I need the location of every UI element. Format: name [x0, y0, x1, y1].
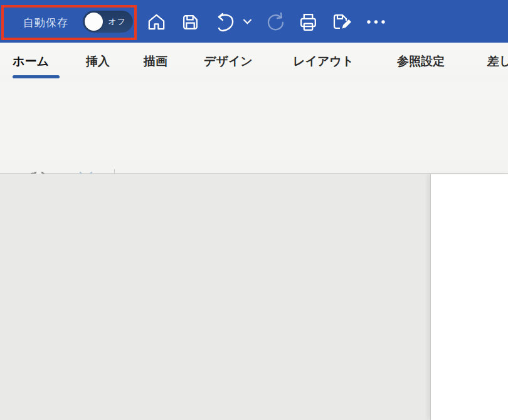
ribbon: ペースト SimSun — [0, 81, 508, 174]
redo-button — [262, 10, 286, 34]
tab-design[interactable]: デザイン — [204, 53, 253, 70]
redo-icon — [264, 12, 285, 33]
tab-mailings[interactable]: 差し込み文書 — [487, 53, 508, 70]
document-canvas[interactable] — [0, 174, 508, 420]
save-icon — [181, 13, 200, 32]
clipboard-paste-icon — [21, 9, 61, 50]
print-icon — [297, 12, 319, 33]
home-button[interactable] — [144, 10, 168, 34]
print-button[interactable] — [296, 10, 320, 34]
ellipsis-icon — [366, 19, 386, 24]
tab-references[interactable]: 参照設定 — [397, 53, 445, 70]
titlebar: 自動保存 オフ — [0, 0, 508, 43]
more-commands-button[interactable] — [364, 10, 387, 34]
save-as-icon — [331, 12, 353, 33]
paste-button[interactable] — [19, 89, 66, 133]
word-window: 自動保存 オフ — [0, 0, 508, 420]
autosave-toggle-knob — [85, 13, 103, 31]
tab-insert[interactable]: 挿入 — [86, 53, 110, 70]
autosave-toggle-state: オフ — [108, 16, 126, 28]
document-page[interactable] — [430, 174, 508, 420]
autosave-toggle[interactable]: オフ — [83, 11, 133, 33]
undo-dropdown[interactable] — [241, 14, 253, 29]
tab-draw[interactable]: 描画 — [144, 53, 167, 70]
tab-home[interactable]: ホーム — [13, 53, 49, 70]
chevron-down-icon — [243, 19, 251, 24]
ribbon-tabbar: ホーム 挿入 描画 デザイン レイアウト 参照設定 差し込み文書 — [0, 43, 508, 81]
undo-button[interactable] — [213, 10, 237, 34]
save-button[interactable] — [178, 10, 202, 34]
save-as-button[interactable] — [330, 10, 354, 34]
undo-icon — [214, 12, 236, 33]
active-tab-underline — [13, 75, 60, 78]
tab-layout[interactable]: レイアウト — [293, 53, 354, 70]
home-icon — [146, 12, 167, 33]
